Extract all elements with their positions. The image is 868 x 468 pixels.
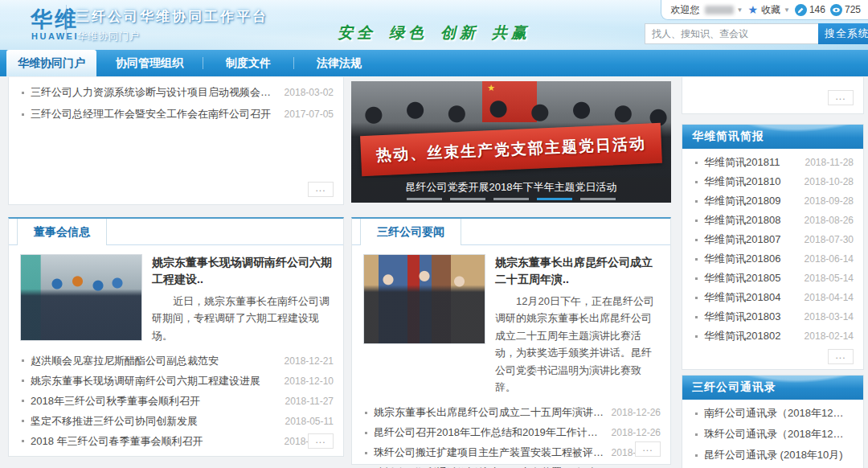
list-item-date: 2018-06-14 — [805, 253, 854, 265]
list-item[interactable]: 华维简讯201804 2018-04-14 — [682, 288, 863, 307]
list-item[interactable]: 华维简讯201802 2018-02-14 — [682, 326, 863, 346]
list-item[interactable]: 三纤公司人力资源系统诊断与设计项目启动视频会召开 2018-03-02 — [9, 83, 343, 102]
bullet-icon — [695, 162, 698, 164]
user-menu[interactable]: ▼ — [705, 6, 743, 14]
edit-count-stat[interactable]: 146 — [795, 4, 825, 16]
eye-icon — [830, 4, 842, 16]
list-item[interactable]: 姚宗东董事长出席昆纤公司成立二十五周年演讲比赛活动 2018-12-26 — [352, 403, 670, 423]
carousel-indicator[interactable] — [493, 198, 529, 200]
carousel-indicators — [351, 198, 671, 200]
more-button[interactable]: ... — [308, 433, 334, 449]
list-item-date: 2018-11-28 — [805, 157, 854, 168]
briefing-panel-header: 华维简讯简报 — [682, 125, 863, 149]
list-item[interactable]: 华维简讯201806 2018-06-14 — [682, 249, 863, 269]
list-item-title: 南纤公司通讯录（2018年12月） — [704, 406, 854, 421]
news-carousel[interactable]: ★ 热动、丝束生产党支部主题党日活动 昆纤公司党委开展2018年下半年主题党日活… — [351, 81, 671, 203]
carousel-indicator[interactable] — [450, 198, 485, 200]
search-button[interactable]: 搜全系统 — [818, 23, 868, 44]
featured-image — [20, 254, 142, 341]
more-button[interactable]: ... — [828, 90, 854, 105]
list-item-title: 华维简讯201802 — [704, 329, 798, 343]
favorite-menu[interactable]: ★ 收藏 ▼ — [747, 3, 789, 17]
list-item[interactable]: 华维简讯201811 2018-11-28 — [682, 153, 863, 172]
carousel-indicator[interactable] — [407, 198, 442, 200]
bullet-icon — [365, 412, 367, 414]
news-list: 姚宗东董事长出席昆纤公司成立二十五周年演讲比赛活动 2018-12-26 昆纤公… — [352, 401, 670, 468]
slogan-word: 共赢 — [492, 24, 530, 41]
bullet-icon — [695, 413, 698, 415]
list-item-title: 2018 年三纤公司春季董事会顺利召开 — [31, 434, 278, 449]
carousel-indicator[interactable] — [580, 198, 616, 200]
list-item[interactable]: 华维简讯201805 2018-05-14 — [682, 269, 863, 288]
list-item[interactable]: 华维简讯201809 2018-09-28 — [682, 191, 863, 211]
nav-tab-laws[interactable]: 法律法规 — [294, 50, 384, 76]
star-icon: ★ — [747, 4, 758, 15]
directory-panel-header: 三纤公司通讯录 — [682, 376, 863, 400]
bullet-icon — [695, 258, 698, 261]
list-item-title: 华维简讯201804 — [704, 290, 798, 305]
board-featured-article[interactable]: 姚宗东董事长现场调研南纤公司六期工程建设.. 近日，姚宗东董事长在南纤公司调研期… — [9, 245, 343, 349]
view-count: 725 — [845, 4, 861, 15]
search-input[interactable] — [645, 23, 818, 44]
list-item[interactable]: 2018 年三纤公司春季董事会顺利召开 2018-05-04 — [9, 431, 343, 451]
bullet-icon — [22, 380, 24, 382]
list-item-title: 2018年三纤公司秋季董事会顺利召开 — [31, 394, 279, 408]
bullet-icon — [22, 420, 24, 422]
list-item[interactable]: 赵洪顺会见塞拉尼斯醋酯公司副总裁范安 2018-12-21 — [9, 351, 343, 371]
list-item[interactable]: 珠纤公司顺利通过搬迁扩建项目生产装置72小时考核 2018-12-24 — [352, 463, 670, 468]
list-item-date: 2017-07-05 — [285, 109, 334, 120]
list-item[interactable]: 华维简讯201810 2018-10-28 — [682, 172, 863, 191]
list-item-date: 2018-12-26 — [612, 427, 661, 438]
news-featured-article[interactable]: 姚宗东董事长出席昆纤公司成立二十五周年演.. 12月20日下午，正在昆纤公司调研… — [352, 245, 670, 401]
notice-list-panel: 三纤公司人力资源系统诊断与设计项目启动视频会召开 2018-03-02 三纤公司… — [8, 77, 344, 205]
nav-tab-portal[interactable]: 华维协同门户 — [6, 50, 96, 76]
more-button[interactable]: ... — [828, 349, 854, 364]
tab-board-info[interactable]: 董事会信息 — [17, 219, 107, 245]
page-subtitle: 华维协同门户 — [77, 30, 140, 43]
briefing-panel-title: 华维简讯简报 — [692, 129, 764, 144]
bullet-icon — [695, 200, 698, 203]
list-item-date: 2018-03-02 — [285, 87, 334, 98]
list-item[interactable]: 南纤公司通讯录（2018年12月） — [682, 403, 863, 424]
list-item-date: 2018-10-28 — [805, 176, 854, 187]
featured-title[interactable]: 姚宗东董事长现场调研南纤公司六期工程建设.. — [152, 254, 332, 288]
list-item[interactable]: 昆纤公司召开2018年工作总结和2019年工作计划会议 2018-12-26 — [352, 423, 670, 443]
featured-title[interactable]: 姚宗东董事长出席昆纤公司成立二十五周年演.. — [495, 254, 659, 288]
list-item[interactable]: 昆纤公司通讯录 (2018年10月) — [682, 445, 863, 466]
list-item[interactable]: 华维简讯201807 2018-07-30 — [682, 230, 863, 249]
bullet-icon — [695, 277, 698, 280]
list-item-title: 赵洪顺会见塞拉尼斯醋酯公司副总裁范安 — [31, 354, 278, 368]
carousel-caption[interactable]: 昆纤公司党委开展2018年下半年主题党日活动 — [351, 180, 671, 195]
featured-body: 姚宗东董事长现场调研南纤公司六期工程建设.. 近日，姚宗东董事长在南纤公司调研期… — [152, 254, 332, 344]
list-item[interactable]: 姚宗东董事长现场调研南纤公司六期工程建设进展 2018-12-10 — [9, 371, 343, 391]
list-item-date: 2018-12-21 — [285, 355, 334, 367]
more-button[interactable]: ... — [635, 441, 661, 457]
list-item[interactable]: 珠纤公司通讯录（2018年12月） — [682, 424, 863, 445]
bullet-icon — [22, 400, 24, 402]
list-item[interactable]: 2018年三纤公司秋季董事会顺利召开 2018-11-27 — [9, 391, 343, 411]
list-item[interactable]: 华维简讯201803 2018-03-14 — [682, 307, 863, 326]
list-item[interactable]: 坚定不移推进三纤公司协同创新发展 2018-05-11 — [9, 411, 343, 431]
right-mini-panel: ... — [682, 77, 864, 114]
tab-company-news[interactable]: 三纤公司要闻 — [360, 219, 461, 245]
list-item[interactable]: 三纤公司总经理工作会暨安全工作会在南纤公司召开 2017-07-05 — [9, 105, 343, 124]
list-item[interactable]: 华维简讯201808 2018-08-26 — [682, 211, 863, 230]
board-tabbar: 董事会信息 — [9, 219, 343, 245]
bullet-icon — [695, 454, 698, 457]
logo: 华维 — [31, 5, 79, 34]
nav-tab-organization[interactable]: 协同管理组织 — [96, 50, 203, 76]
directory-panel: 三纤公司通讯录 南纤公司通讯录（2018年12月） 珠纤公司通讯录（2018年1… — [682, 375, 864, 468]
carousel-indicator-active[interactable] — [537, 198, 572, 200]
more-button[interactable]: ... — [308, 182, 334, 197]
list-item-title: 三纤公司总经理工作会暨安全工作会在南纤公司召开 — [31, 107, 278, 121]
list-item-title: 华维简讯201811 — [704, 155, 799, 170]
nav-tab-policy-files[interactable]: 制度文件 — [203, 50, 293, 76]
list-item-title: 三纤公司人力资源系统诊断与设计项目启动视频会召开 — [31, 85, 278, 100]
list-item[interactable]: 珠纤公司搬迁扩建项目主生产装置安装工程被评为2018年度化学... 2018-1… — [352, 443, 670, 463]
view-count-stat[interactable]: 725 — [830, 4, 861, 16]
list-item-title: 珠纤公司通讯录（2018年12月） — [704, 427, 854, 441]
slogan: 安全绿色创新共赢 — [338, 23, 543, 43]
list-item-title: 华维简讯201803 — [704, 310, 798, 324]
caret-down-icon: ▼ — [784, 6, 790, 14]
featured-summary: 近日，姚宗东董事长在南纤公司调研期间，专程调研了六期工程建设现场。 — [152, 293, 332, 344]
